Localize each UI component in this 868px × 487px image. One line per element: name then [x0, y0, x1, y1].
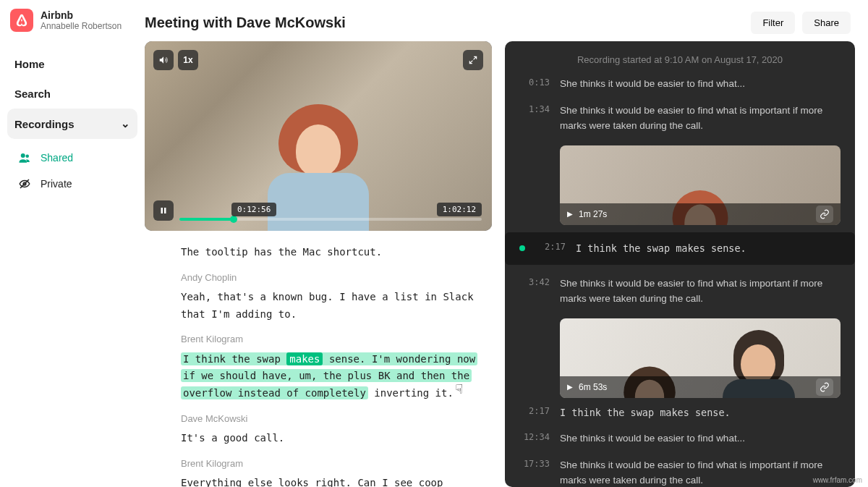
subnav-shared-label: Shared: [41, 152, 73, 164]
filter-button[interactable]: Filter: [751, 12, 795, 34]
transcript-line[interactable]: The tooltip has the Mac shortcut.: [181, 244, 485, 261]
video-progress[interactable]: [179, 218, 482, 221]
note-time: 17:33: [519, 458, 550, 469]
transcript-line-highlighted[interactable]: I think the swap makes sense. I'm wonder…: [181, 351, 485, 402]
play-icon[interactable]: ▶: [567, 210, 573, 218]
svg-rect-4: [161, 208, 163, 213]
nav-home[interactable]: Home: [7, 49, 137, 79]
page-title: Meeting with Dave McKowski: [145, 14, 346, 31]
brand-user: Annabelle Robertson: [41, 21, 122, 31]
note-row-active[interactable]: 2:17 I think the swap makes sense.: [505, 232, 855, 265]
brand-logo-icon: [10, 9, 33, 32]
hl-text: I think the swap: [183, 353, 286, 365]
brand-block: Airbnb Annabelle Robertson: [7, 9, 137, 32]
note-time: 2:17: [519, 405, 550, 416]
nav-recordings[interactable]: Recordings ⌄: [7, 109, 137, 139]
notes-panel: Recording started at 9:10 AM on August 1…: [505, 41, 855, 487]
note-text: She thinks it would be easier to find wh…: [560, 77, 841, 92]
link-icon[interactable]: [816, 378, 833, 396]
transcript-line[interactable]: Yeah, that's a known bug. I have a list …: [181, 289, 485, 323]
note-row[interactable]: 12:34 She thinks it would be easier to f…: [519, 431, 841, 446]
note-row[interactable]: 3:42 She thinks it would be easier to fi…: [519, 276, 841, 307]
svg-point-0: [21, 153, 25, 158]
transcript-line[interactable]: It's a good call.: [181, 430, 485, 447]
note-row[interactable]: 1:34 She thinks it would be easier to fi…: [519, 103, 841, 134]
note-time: 3:42: [519, 276, 550, 287]
note-text: I think the swap makes sense.: [560, 405, 841, 420]
transcript-line[interactable]: Everything else looks right. Can I see c…: [181, 475, 485, 487]
transcript: The tooltip has the Mac shortcut. Andy C…: [145, 231, 492, 487]
video-player[interactable]: 1x 0:12:56 1:02:12: [145, 41, 492, 231]
brand-name: Airbnb: [41, 9, 122, 21]
note-row[interactable]: 17:33 She thinks it would be easier to f…: [519, 458, 841, 487]
note-text: She thinks it would be easier to find wh…: [560, 458, 841, 487]
note-time: 2:17: [541, 241, 566, 252]
clip-duration: 1m 27s: [579, 209, 607, 219]
subnav-private[interactable]: Private: [13, 171, 137, 197]
nav-search[interactable]: Search: [7, 79, 137, 109]
active-dot-icon: [519, 245, 525, 251]
note-row[interactable]: 2:17 I think the swap makes sense.: [519, 405, 841, 420]
subnav-private-label: Private: [41, 178, 72, 190]
note-row[interactable]: 0:13 She thinks it would be easier to fi…: [519, 77, 841, 92]
video-duration: 1:02:12: [437, 203, 482, 216]
note-time: 1:34: [519, 103, 550, 114]
note-time: 0:13: [519, 77, 550, 88]
volume-icon[interactable]: [153, 50, 174, 70]
transcript-text: inverting it.: [368, 387, 454, 399]
people-icon: [17, 151, 32, 164]
eye-off-icon: [17, 177, 32, 190]
speaker-label: Brent Kilogram: [181, 456, 485, 472]
svg-rect-5: [164, 208, 166, 213]
recording-started-label: Recording started at 9:10 AM on August 1…: [519, 54, 841, 65]
expand-icon[interactable]: [463, 50, 483, 70]
clip-duration: 6m 53s: [579, 382, 607, 392]
share-button[interactable]: Share: [802, 12, 851, 34]
play-icon[interactable]: ▶: [567, 383, 573, 391]
video-subject: [264, 104, 373, 231]
watermark: www.frfam.com: [813, 476, 862, 484]
clip-thumbnail[interactable]: ▶ 6m 53s: [560, 318, 841, 398]
note-text: She thinks it would be easier to find wh…: [560, 276, 841, 307]
nav-recordings-label: Recordings: [14, 118, 75, 130]
svg-point-1: [26, 155, 30, 158]
note-text: She thinks it would be easier to find wh…: [560, 431, 841, 446]
speaker-label: Dave McKowski: [181, 411, 485, 427]
nav-search-label: Search: [14, 88, 51, 100]
subnav-shared[interactable]: Shared: [13, 145, 137, 171]
link-icon[interactable]: [816, 206, 833, 223]
clip-thumbnail[interactable]: ▶ 1m 27s: [560, 145, 841, 225]
note-text: She thinks it would be easier to find wh…: [560, 103, 841, 134]
nav-home-label: Home: [14, 58, 45, 70]
speaker-label: Andy Choplin: [181, 270, 485, 286]
pointer-cursor-icon: ☟: [455, 378, 463, 407]
chevron-down-icon: ⌄: [121, 117, 130, 130]
speaker-label: Brent Kilogram: [181, 331, 485, 347]
pause-icon[interactable]: [153, 200, 174, 221]
note-text: I think the swap makes sense.: [576, 241, 841, 256]
video-current-time: 0:12:56: [231, 203, 276, 216]
hl-active-word: makes: [286, 352, 323, 365]
note-time: 12:34: [519, 431, 550, 442]
speed-button[interactable]: 1x: [178, 50, 198, 70]
